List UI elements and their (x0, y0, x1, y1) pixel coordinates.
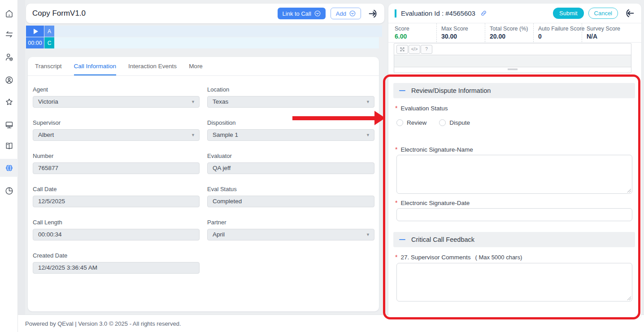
add-button[interactable]: Add (331, 8, 361, 19)
score-col: Max Score 30.00 (437, 23, 485, 42)
call-date-input[interactable]: 12/5/2025 (33, 196, 200, 207)
dispute-radio-label: Dispute (449, 119, 470, 126)
review-radio-label: Review (407, 119, 426, 126)
score-value: 0 (538, 33, 580, 40)
call-information-form: Agent Victoria▼ Location Texas▼ Supervis… (33, 86, 374, 274)
sidebar-item-web-active[interactable] (0, 159, 18, 177)
chevron-circle-down-icon (314, 10, 321, 17)
review-radio-button[interactable] (396, 119, 403, 126)
sidebar-item-transfer[interactable] (0, 25, 18, 43)
link-icon[interactable] (480, 9, 487, 17)
waveform-track-c[interactable] (54, 37, 379, 48)
score-col: Survey Score N/A (582, 23, 622, 42)
location-select[interactable]: Texas▼ (207, 96, 374, 108)
channel-a-toggle[interactable]: A (44, 26, 54, 37)
call-details-card: Transcript Call Information Interaction … (28, 57, 379, 311)
add-label: Add (336, 10, 346, 17)
code-view-button[interactable]: </> (409, 45, 420, 54)
tab-interaction-events[interactable]: Interaction Events (128, 57, 177, 75)
sidebar-item-favorites[interactable] (0, 93, 18, 111)
sidebar-item-monitoring[interactable] (0, 116, 18, 134)
section-marker (395, 9, 396, 17)
signature-name-textarea[interactable] (396, 155, 632, 194)
field-value: Completed (213, 198, 242, 205)
eval-status-input[interactable]: Completed (207, 196, 374, 207)
dropdown-caret-icon: ▼ (191, 96, 195, 107)
required-marker: * (395, 200, 397, 206)
dropdown-caret-icon: ▼ (366, 130, 370, 140)
field-eval-status: Eval Status Completed (207, 186, 374, 207)
radio-dispute[interactable]: Dispute (439, 119, 470, 126)
field-evaluator: Evaluator QA jeff (207, 153, 374, 174)
play-button[interactable] (26, 26, 44, 37)
score-label: Score (395, 26, 435, 32)
disposition-select[interactable]: Sample 1▼ (207, 129, 374, 141)
supervisor-select[interactable]: Albert▼ (33, 129, 200, 141)
tab-more[interactable]: More (189, 57, 203, 75)
field-value: 12/5/2025 (38, 198, 65, 205)
signature-date-input[interactable] (396, 208, 632, 221)
home-icon (4, 9, 14, 18)
field-supervisor: Supervisor Albert▼ (33, 119, 200, 141)
editor-help-button[interactable]: ? (421, 45, 432, 54)
field-value: Texas (213, 98, 228, 105)
field-value: 12/4/2025 3:36:45 AM (38, 264, 97, 271)
agent-select[interactable]: Victoria▼ (33, 96, 200, 108)
score-summary: Score 6.00 Max Score 30.00 Total Score (… (388, 23, 641, 43)
dropdown-caret-icon: ▼ (191, 130, 195, 140)
tab-transcript[interactable]: Transcript (35, 57, 62, 75)
field-label: Disposition (207, 119, 374, 126)
number-input[interactable]: 765877 (33, 162, 200, 174)
section-title: Review/Dispute Information (411, 87, 491, 94)
transfer-arrows-icon (4, 30, 14, 39)
collapse-section-minus-icon[interactable] (399, 239, 405, 240)
field-agent: Agent Victoria▼ (33, 86, 200, 108)
channel-c-toggle[interactable]: C (44, 37, 54, 48)
collapse-panel-arrow-icon[interactable] (624, 8, 635, 19)
score-col: Total Score (%) 20.00 (485, 23, 534, 42)
chevron-circle-down-icon (349, 10, 356, 17)
signature-date-label: Electronic Signature-Date (400, 200, 470, 206)
partner-select[interactable]: April▼ (207, 229, 374, 240)
sidebar-item-knowledge[interactable] (0, 137, 18, 155)
open-book-icon (4, 141, 14, 151)
section-title: Critical Call Feedback (411, 236, 474, 243)
sidebar-item-agent-settings[interactable] (0, 48, 18, 66)
collapse-section-minus-icon[interactable] (399, 90, 405, 91)
waveform-track-a[interactable] (54, 26, 382, 37)
user-gear-icon (4, 52, 14, 62)
field-value: 765877 (38, 165, 58, 171)
supervisor-comments-textarea[interactable] (396, 263, 632, 301)
field-value: QA jeff (213, 165, 231, 171)
comment-editor: </> ? (394, 43, 631, 73)
supervisor-comments-hint: ( Max 5000 chars) (475, 254, 522, 261)
cancel-button[interactable]: Cancel (588, 8, 618, 19)
editor-resize-handle[interactable] (394, 67, 631, 72)
sidebar-item-coaching[interactable] (0, 71, 18, 89)
radio-review[interactable]: Review (396, 119, 426, 126)
grip-lines-icon (508, 69, 518, 71)
editor-content-area[interactable] (394, 55, 631, 67)
signature-name-label: Electronic Signature-Name (400, 146, 473, 153)
score-col: Auto Failure Score 0 (534, 23, 582, 42)
field-label: Location (207, 86, 374, 93)
call-length-input[interactable]: 00:00:34 (33, 229, 200, 240)
playback-time: 00:00 (26, 37, 44, 48)
field-created-date: Created Date 12/4/2025 3:36:45 AM (33, 252, 200, 274)
link-to-call-button[interactable]: Link to Call (278, 8, 326, 19)
expand-icon (400, 47, 405, 52)
expand-editor-button[interactable] (396, 45, 408, 54)
field-value: Victoria (38, 98, 58, 105)
evaluation-header: Evaluation Id : #4565603 Submit Cancel (388, 4, 641, 23)
form-title: Copy FormV1.0 (32, 9, 86, 18)
evaluation-status-options: Review Dispute (396, 119, 470, 126)
dispute-radio-button[interactable] (439, 119, 446, 126)
evaluator-input[interactable]: QA jeff (207, 162, 374, 174)
field-location: Location Texas▼ (207, 86, 374, 108)
submit-button[interactable]: Submit (553, 8, 583, 19)
sidebar-item-home[interactable] (0, 4, 18, 22)
go-to-panel-arrow-icon[interactable] (368, 8, 379, 19)
sidebar-item-reports[interactable] (0, 182, 18, 200)
tab-call-information[interactable]: Call Information (74, 57, 117, 75)
created-date-input[interactable]: 12/4/2025 3:36:45 AM (33, 262, 200, 274)
